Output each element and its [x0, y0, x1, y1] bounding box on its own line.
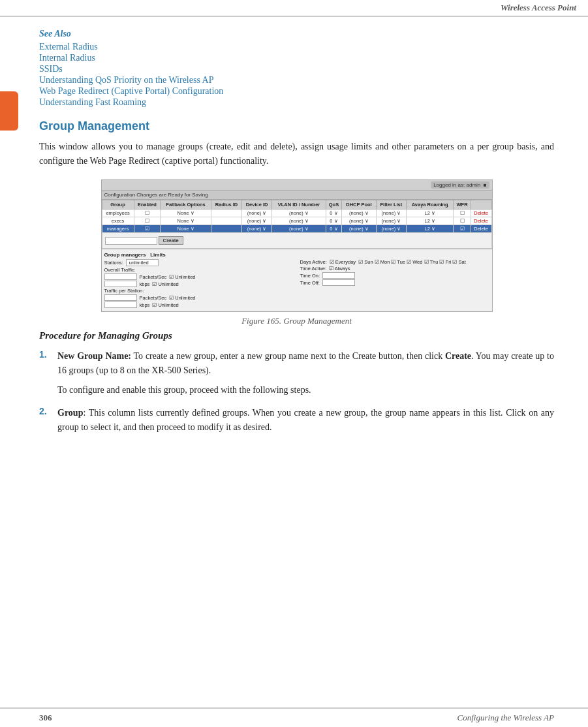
radius-cell: [211, 209, 241, 217]
list-item[interactable]: Web Page Redirect (Captive Portal) Confi…: [39, 86, 554, 97]
unlimited-check-2: ☑ Unlimited: [152, 281, 178, 287]
avaya-cell: L2 ∨: [406, 209, 454, 217]
step-1-text: To create a new group, enter a new group…: [57, 351, 554, 375]
col-dhcp: DHCP Pool: [342, 200, 377, 209]
procedure-heading: Procedure for Managing Groups: [39, 330, 554, 341]
days-checks: ☑ Sun ☑ Mon ☑ Tue ☑ Wed ☑ Thu ☑ Fri ☑ Sa…: [358, 259, 466, 265]
see-also-links: External Radius Internal Radius SSIDs Un…: [39, 42, 554, 108]
always-check: ☑ Always: [329, 266, 350, 271]
traffic-per-station-row: Traffic per Station:: [104, 288, 294, 294]
figure-caption: Figure 165. Group Management: [241, 316, 352, 326]
enabled-cell: ☑: [134, 225, 161, 233]
kbps-label: kbps: [140, 281, 150, 287]
table-row: employees ☐ None ∨ (none) ∨ (none) ∨ 0 ∨…: [102, 209, 491, 217]
kbps-label-2: kbps: [140, 302, 150, 308]
fallback-cell: None ∨: [161, 217, 211, 225]
list-item[interactable]: SSIDs: [39, 64, 554, 74]
stations-label: Stations:: [104, 260, 123, 266]
time-active-row: Time Active: ☑ Always: [300, 266, 489, 271]
time-active-label: Time Active:: [300, 266, 327, 271]
time-off-label: Time Off:: [300, 280, 320, 286]
qos-cell: 0 ∨: [326, 209, 341, 217]
list-item[interactable]: Understanding QoS Priority on the Wirele…: [39, 75, 554, 85]
create-bold: Create: [445, 351, 471, 361]
traffic-per-station-inputs: Packets/Sec ☑ Unlimited: [104, 294, 294, 301]
col-fallback: Fallback Options: [161, 200, 211, 209]
screenshot: Logged in as: admin ■ Configuration Chan…: [101, 179, 493, 312]
table-row-managers: managers ☑ None ∨ (none) ∨ (none) ∨ 0 ∨ …: [102, 225, 491, 233]
qos-cell: 0 ∨: [326, 217, 341, 225]
dhcp-cell: (none) ∨: [342, 217, 377, 225]
fallback-cell: None ∨: [161, 225, 211, 233]
captive-portal-link[interactable]: Web Page Redirect (Captive Portal) Confi…: [39, 86, 223, 96]
group-name: managers: [102, 225, 134, 233]
section-body-text: This window allows you to manage groups …: [39, 140, 554, 168]
group-name: employees: [102, 209, 134, 217]
page-footer: 306 Configuring the Wireless AP: [0, 707, 588, 727]
overall-traffic-inputs: Packets/Sec ☑ Unlimited: [104, 273, 294, 280]
col-enabled: Enabled: [134, 200, 161, 209]
config-notice: Configuration Changes are Ready for Savi…: [102, 191, 492, 200]
list-item[interactable]: Understanding Fast Roaming: [39, 97, 554, 108]
packets-sec-label: Packets/Sec: [140, 274, 167, 280]
radius-cell: [211, 225, 241, 233]
page-header: Wireless Access Point: [0, 0, 588, 17]
figure-container: Logged in as: admin ■ Configuration Chan…: [39, 179, 554, 326]
dhcp-cell: (none) ∨: [342, 209, 377, 217]
section-heading: Group Management: [39, 119, 554, 133]
col-vlan: VLAN ID / Number: [272, 200, 326, 209]
overall-traffic-input-2[interactable]: [104, 281, 137, 287]
list-item[interactable]: External Radius: [39, 42, 554, 52]
delete-cell[interactable]: Delete: [471, 217, 491, 225]
time-on-input[interactable]: [322, 272, 355, 279]
new-group-input[interactable]: [105, 237, 157, 245]
packets-sec-label-2: Packets/Sec: [140, 295, 167, 301]
header-title: Wireless Access Point: [501, 3, 576, 13]
traffic-per-station-kbps: kbps ☑ Unlimited: [104, 302, 294, 308]
fallback-cell: None ∨: [161, 209, 211, 217]
external-radius-link[interactable]: External Radius: [39, 42, 98, 52]
wfr-cell: ☐: [454, 209, 471, 217]
col-device: Device ID: [242, 200, 272, 209]
wfr-cell: ☑: [454, 225, 471, 233]
qos-cell: 0 ∨: [326, 225, 341, 233]
main-content: See Also External Radius Internal Radius…: [0, 17, 588, 456]
unlimited-check-1: ☑ Unlimited: [169, 274, 195, 280]
step-2-label: Group: [57, 408, 83, 418]
qos-link[interactable]: Understanding QoS Priority on the Wirele…: [39, 75, 214, 85]
vlan-cell: (none) ∨: [272, 209, 326, 217]
delete-cell[interactable]: Delete: [471, 209, 491, 217]
vlan-cell: (none) ∨: [272, 225, 326, 233]
internal-radius-link[interactable]: Internal Radius: [39, 53, 95, 63]
radius-cell: [211, 217, 241, 225]
stations-row: Stations: unlimited: [104, 259, 294, 266]
ssids-link[interactable]: SSIDs: [39, 64, 63, 74]
everyday-check: ☑ Everyday: [330, 259, 356, 265]
traffic-per-station-input-2[interactable]: [104, 302, 137, 308]
overall-traffic-input-1[interactable]: [104, 273, 137, 280]
create-button[interactable]: Create: [159, 236, 183, 245]
avaya-cell: L2 ∨: [406, 225, 454, 233]
delete-cell[interactable]: Delete: [471, 225, 491, 233]
list-item[interactable]: Internal Radius: [39, 53, 554, 63]
footer-section-title: Configuring the Wireless AP: [457, 713, 554, 723]
fast-roaming-link[interactable]: Understanding Fast Roaming: [39, 97, 146, 107]
create-row: Create: [102, 233, 491, 249]
overall-traffic-kbps: kbps ☑ Unlimited: [104, 281, 294, 287]
filter-cell: (none) ∨: [376, 217, 406, 225]
device-cell: (none) ∨: [242, 225, 272, 233]
overall-traffic-row: Overall Traffic:: [104, 267, 294, 273]
time-on-label: Time On:: [300, 273, 320, 279]
step-2-content: Group: This column lists currently defin…: [57, 406, 554, 434]
step-2-text: : This column lists currently defined gr…: [57, 408, 554, 432]
step-1-content: New Group Name: To create a new group, e…: [57, 349, 554, 397]
wfr-cell: ☐: [454, 217, 471, 225]
col-action: [471, 200, 491, 209]
enabled-cell: ☐: [134, 217, 161, 225]
time-off-input[interactable]: [322, 279, 355, 286]
device-cell: (none) ∨: [242, 217, 272, 225]
traffic-per-station-label: Traffic per Station:: [104, 288, 144, 294]
limits-section: Group managers Limits Stations: unlimite…: [102, 249, 492, 311]
traffic-per-station-input-1[interactable]: [104, 294, 137, 301]
orange-tab: [0, 91, 18, 131]
